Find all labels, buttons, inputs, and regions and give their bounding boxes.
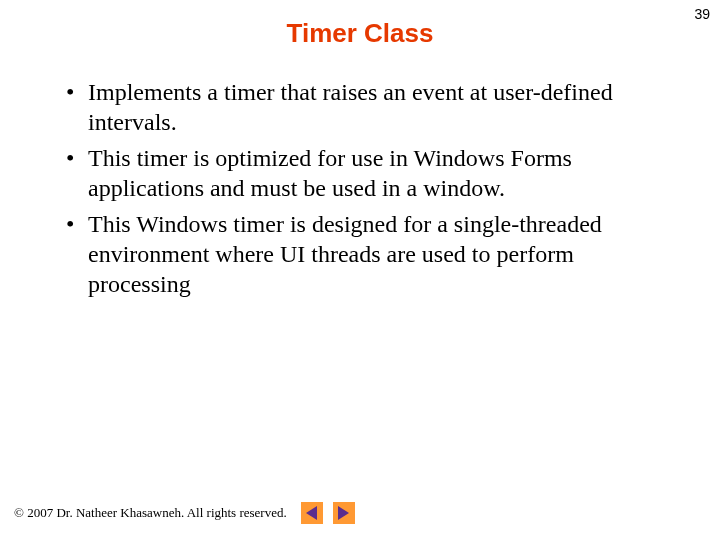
slide: 39 Timer Class Implements a timer that r… xyxy=(0,0,720,540)
footer: © 2007 Dr. Natheer Khasawneh. All rights… xyxy=(14,502,355,524)
prev-button[interactable] xyxy=(301,502,323,524)
page-number: 39 xyxy=(694,6,710,22)
slide-title: Timer Class xyxy=(0,0,720,49)
nav-buttons xyxy=(301,502,355,524)
triangle-left-icon xyxy=(306,506,317,520)
slide-body: Implements a timer that raises an event … xyxy=(60,77,660,299)
next-button[interactable] xyxy=(333,502,355,524)
triangle-right-icon xyxy=(338,506,349,520)
bullet-list: Implements a timer that raises an event … xyxy=(60,77,660,299)
bullet-text: Implements a timer that raises an event … xyxy=(88,79,613,135)
list-item: This Windows timer is designed for a sin… xyxy=(60,209,660,299)
bullet-text: This Windows timer is designed for a sin… xyxy=(88,211,602,297)
bullet-text: This timer is optimized for use in Windo… xyxy=(88,145,572,201)
copyright-text: © 2007 Dr. Natheer Khasawneh. All rights… xyxy=(14,505,287,521)
list-item: Implements a timer that raises an event … xyxy=(60,77,660,137)
list-item: This timer is optimized for use in Windo… xyxy=(60,143,660,203)
